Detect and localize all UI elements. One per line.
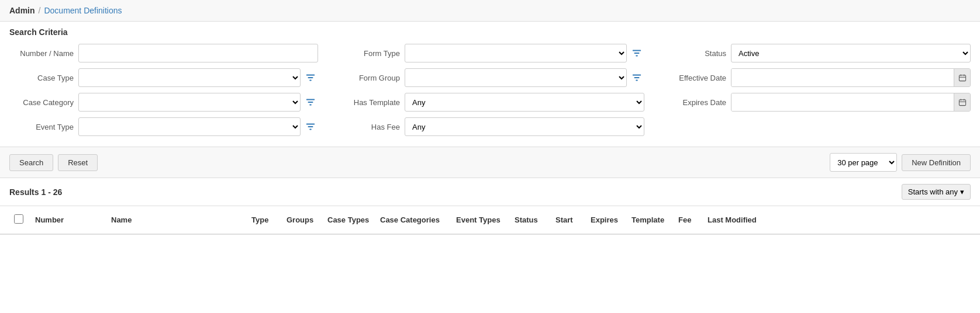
number-name-input[interactable] <box>78 44 318 62</box>
results-bar: Results 1 - 26 Starts with any ▾ <box>0 178 980 206</box>
status-select[interactable]: Active Inactive Any <box>731 44 971 62</box>
filter-lines-icon4 <box>632 48 642 58</box>
table-header-row: Number Name Type Groups Case Types Case … <box>9 211 971 229</box>
form-type-filter-icon[interactable] <box>629 47 644 60</box>
form-group-label: Form Group <box>336 74 400 82</box>
has-template-label: Has Template <box>336 98 400 107</box>
svg-rect-19 <box>959 100 965 106</box>
svg-rect-1 <box>308 77 313 78</box>
search-criteria-section: Search Criteria Number / Name Case Type <box>0 22 980 147</box>
svg-rect-0 <box>306 75 315 76</box>
event-type-filter-icon[interactable] <box>303 120 318 133</box>
form-type-field-row: Form Type <box>336 44 644 62</box>
effective-date-label: Effective Date <box>662 74 726 82</box>
column-header-event-types: Event Types <box>451 212 510 228</box>
criteria-col-1: Number / Name Case Type <box>9 44 318 136</box>
reset-button[interactable]: Reset <box>58 154 98 171</box>
expires-date-input[interactable] <box>731 93 954 111</box>
results-count: Results 1 - 26 <box>9 187 62 197</box>
expires-date-calendar-icon[interactable] <box>954 93 970 111</box>
case-type-label: Case Type <box>9 74 74 82</box>
expires-date-field-row: Expires Date <box>662 93 971 112</box>
select-all-checkbox[interactable] <box>14 214 23 224</box>
status-label: Status <box>662 49 726 58</box>
has-fee-label: Has Fee <box>336 123 400 131</box>
criteria-col-2: Form Type Form Group <box>336 44 644 136</box>
filter-lines-icon5 <box>632 72 642 83</box>
svg-rect-2 <box>309 80 312 81</box>
case-type-filter-icon[interactable] <box>303 71 318 84</box>
per-page-select[interactable]: 30 per page 10 per page 20 per page 50 p… <box>830 153 897 172</box>
column-header-template: Template <box>627 212 674 228</box>
case-category-select[interactable] <box>78 93 301 112</box>
criteria-grid: Number / Name Case Type <box>9 44 971 136</box>
svg-rect-12 <box>633 75 641 76</box>
calendar-svg2 <box>958 98 967 106</box>
form-group-input-wrap <box>405 68 644 87</box>
breadcrumb: Admin / Document Definitions <box>0 0 980 22</box>
case-type-select[interactable] <box>78 68 301 87</box>
number-name-input-wrap <box>78 44 318 62</box>
svg-rect-15 <box>959 75 965 81</box>
criteria-col-3: Status Active Inactive Any Effective Dat… <box>662 44 971 136</box>
column-header-status: Status <box>510 212 551 228</box>
table-header: Number Name Type Groups Case Types Case … <box>0 206 980 235</box>
svg-rect-11 <box>636 55 638 57</box>
search-criteria-title: Search Criteria <box>9 27 971 37</box>
effective-date-field-row: Effective Date <box>662 68 971 87</box>
event-type-field-row: Event Type <box>9 117 318 136</box>
column-header-groups: Groups <box>282 212 323 228</box>
svg-rect-3 <box>306 99 315 100</box>
form-group-field-row: Form Group <box>336 68 644 87</box>
calendar-svg <box>958 74 967 82</box>
case-category-label: Case Category <box>9 98 74 107</box>
column-header-case-categories: Case Categories <box>375 212 451 228</box>
case-type-field-row: Case Type <box>9 68 318 87</box>
column-header-start: Start <box>551 212 586 228</box>
expires-date-label: Expires Date <box>662 98 726 107</box>
event-type-select[interactable] <box>78 117 301 136</box>
form-type-select[interactable] <box>405 44 627 62</box>
expires-date-wrap <box>731 93 971 112</box>
form-group-filter-icon[interactable] <box>629 71 644 84</box>
status-field-row: Status Active Inactive Any <box>662 44 971 62</box>
filter-lines-icon2 <box>305 97 316 107</box>
action-bar: Search Reset 30 per page 10 per page 20 … <box>0 147 980 178</box>
column-header-checkbox <box>9 211 30 229</box>
breadcrumb-separator: / <box>39 6 41 15</box>
has-fee-input-wrap: Any Yes No <box>405 117 644 136</box>
column-header-case-types: Case Types <box>323 212 375 228</box>
effective-date-input-wrap <box>731 68 971 87</box>
action-bar-right: 30 per page 10 per page 20 per page 50 p… <box>830 153 971 172</box>
effective-date-input[interactable] <box>731 69 954 86</box>
has-template-input-wrap: Any Yes No <box>405 93 644 112</box>
status-input-wrap: Active Inactive Any <box>731 44 971 62</box>
case-category-field-row: Case Category <box>9 93 318 112</box>
starts-with-label: Starts with any <box>908 187 958 196</box>
filter-lines-icon3 <box>305 121 316 132</box>
starts-with-button[interactable]: Starts with any ▾ <box>902 184 971 200</box>
svg-rect-14 <box>636 80 638 81</box>
column-header-name: Name <box>106 212 247 228</box>
column-header-fee: Fee <box>674 212 703 228</box>
svg-rect-13 <box>634 77 640 78</box>
svg-rect-5 <box>309 105 312 106</box>
new-definition-button[interactable]: New Definition <box>902 154 971 171</box>
svg-rect-10 <box>634 53 640 54</box>
expires-date-input-wrap <box>731 93 971 112</box>
form-group-select[interactable] <box>405 68 627 87</box>
case-category-input-wrap <box>78 93 318 112</box>
filter-lines-icon <box>305 72 316 83</box>
has-fee-select[interactable]: Any Yes No <box>405 117 644 136</box>
search-button[interactable]: Search <box>9 154 53 171</box>
number-name-label: Number / Name <box>9 49 74 58</box>
breadcrumb-current[interactable]: Document Definitions <box>44 6 122 15</box>
column-header-type: Type <box>247 212 282 228</box>
svg-rect-4 <box>308 102 313 103</box>
has-template-field-row: Has Template Any Yes No <box>336 93 644 112</box>
column-header-expires: Expires <box>586 212 627 228</box>
starts-with-chevron-icon: ▾ <box>960 187 964 196</box>
effective-date-calendar-icon[interactable] <box>954 69 970 86</box>
has-template-select[interactable]: Any Yes No <box>405 93 644 112</box>
case-category-filter-icon[interactable] <box>303 96 318 109</box>
